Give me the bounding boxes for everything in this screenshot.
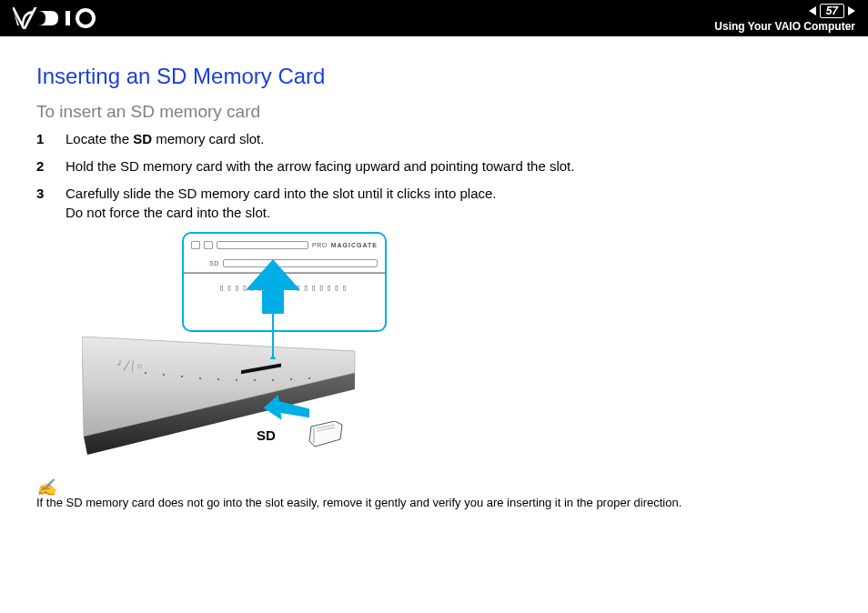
svg-marker-21 (264, 394, 309, 424)
svg-point-15 (290, 378, 292, 380)
magicgate-label: MAGICGATE (331, 242, 378, 248)
slot-callout: PRO MAGICGATE SD ▯▯▯▯▯▯▯▯ ▯▯▯▯▯▯▯ (182, 232, 387, 332)
callout-row-magicgate: PRO MAGICGATE (184, 234, 385, 252)
step-item: Hold the SD memory card with the arrow f… (36, 156, 832, 176)
svg-point-2 (77, 10, 94, 26)
pro-label: PRO (312, 242, 328, 248)
diagram: ┘╱│○ PRO MAGICGATE (82, 232, 464, 468)
svg-point-9 (181, 376, 183, 377)
step-text: memory card slot. (152, 131, 264, 146)
svg-point-16 (308, 377, 310, 379)
step-text: Locate the (66, 131, 133, 146)
note-icon: ✍ (36, 477, 56, 497)
svg-marker-25 (313, 427, 315, 444)
breadcrumb: Using Your VAIO Computer (714, 20, 855, 33)
indicator-icon (191, 241, 200, 249)
svg-point-10 (199, 377, 201, 379)
step-bold: SD (133, 131, 152, 146)
header-right: 57 Using Your VAIO Computer (714, 4, 855, 33)
note-text: If the SD memory card does not go into t… (36, 496, 681, 509)
svg-point-12 (236, 379, 237, 381)
pager: 57 (809, 4, 855, 18)
sd-card-label: SD (257, 427, 276, 443)
callout-row-sd: SD (184, 252, 385, 270)
svg-point-7 (145, 372, 146, 374)
page-subtitle: To insert an SD memory card (36, 102, 832, 122)
slot-bar (223, 259, 378, 267)
header-bar: ╲╱ 57 Using Your VAIO Computer (0, 0, 868, 36)
svg-point-8 (163, 374, 165, 376)
note: ✍ If the SD memory card does not go into… (36, 477, 832, 509)
step-text: Carefully slide the SD memory card into … (66, 186, 497, 201)
step-text: Hold the SD memory card with the arrow f… (66, 158, 574, 174)
page-number: 57 (820, 4, 844, 18)
steps-list: Locate the SD memory card slot. Hold the… (36, 129, 832, 223)
step-item: Locate the SD memory card slot. (36, 129, 832, 149)
next-page-arrow-icon[interactable] (848, 6, 855, 15)
svg-point-11 (217, 378, 219, 380)
page-content: Inserting an SD Memory Card To insert an… (0, 36, 868, 528)
step-item: Carefully slide the SD memory card into … (36, 184, 832, 224)
sd-slot-label: SD (209, 260, 219, 266)
svg-point-14 (272, 379, 274, 381)
svg-point-13 (254, 379, 256, 381)
svg-text:╲╱: ╲╱ (13, 7, 37, 29)
svg-rect-1 (66, 11, 70, 25)
insert-arrow-icon (264, 394, 309, 426)
page-title: Inserting an SD Memory Card (36, 64, 832, 89)
prev-page-arrow-icon[interactable] (809, 6, 816, 15)
indicator-icon (204, 241, 213, 249)
callout-dots: ▯▯▯▯▯▯▯▯ ▯▯▯▯▯▯▯ (184, 274, 385, 301)
step-text: Do not force the card into the slot. (66, 205, 270, 220)
slot-bar (217, 241, 308, 249)
vaio-logo: ╲╱ (13, 7, 104, 29)
sd-card-icon (308, 421, 344, 450)
